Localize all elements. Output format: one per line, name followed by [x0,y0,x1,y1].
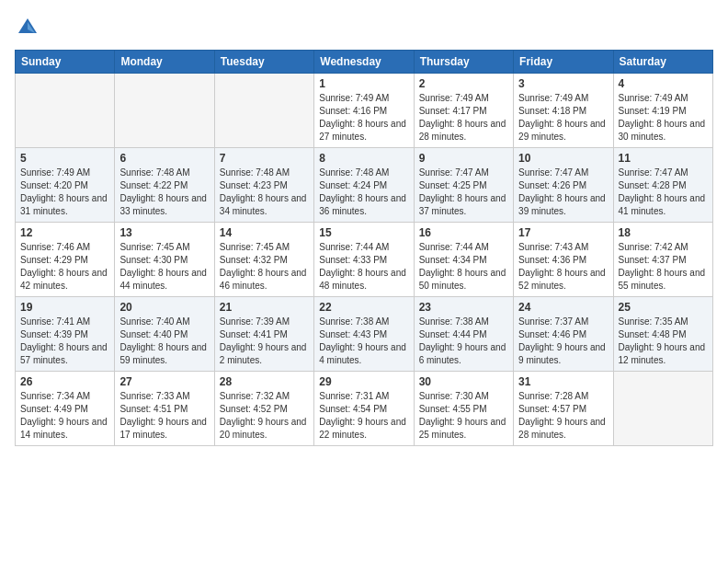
calendar-cell: 19Sunrise: 7:41 AMSunset: 4:39 PMDayligh… [16,297,115,372]
day-info: Sunrise: 7:49 AMSunset: 4:18 PMDaylight:… [518,92,608,144]
weekday-header-sunday: Sunday [16,51,115,74]
day-number: 13 [119,226,209,239]
day-number: 26 [20,375,109,388]
day-info: Sunrise: 7:31 AMSunset: 4:54 PMDaylight:… [319,390,408,442]
calendar-cell: 26Sunrise: 7:34 AMSunset: 4:49 PMDayligh… [16,372,115,446]
day-number: 20 [119,301,209,314]
calendar-cell [115,74,214,148]
day-number: 29 [319,375,408,388]
day-info: Sunrise: 7:39 AMSunset: 4:41 PMDaylight:… [220,316,309,367]
calendar-cell: 10Sunrise: 7:47 AMSunset: 4:26 PMDayligh… [514,148,613,223]
calendar-cell: 9Sunrise: 7:47 AMSunset: 4:25 PMDaylight… [414,148,513,223]
weekday-header-saturday: Saturday [613,51,712,74]
day-info: Sunrise: 7:42 AMSunset: 4:37 PMDaylight:… [619,241,708,293]
calendar-cell: 13Sunrise: 7:45 AMSunset: 4:30 PMDayligh… [115,223,214,297]
day-number: 16 [419,226,508,239]
calendar-cell: 18Sunrise: 7:42 AMSunset: 4:37 PMDayligh… [613,223,712,297]
day-info: Sunrise: 7:32 AMSunset: 4:52 PMDaylight:… [220,390,309,442]
calendar-cell: 17Sunrise: 7:43 AMSunset: 4:36 PMDayligh… [514,223,613,297]
day-info: Sunrise: 7:49 AMSunset: 4:19 PMDaylight:… [619,92,708,144]
day-number: 6 [119,152,209,165]
calendar-cell [16,74,115,148]
day-info: Sunrise: 7:45 AMSunset: 4:30 PMDaylight:… [119,241,209,293]
calendar-cell: 3Sunrise: 7:49 AMSunset: 4:18 PMDaylight… [514,74,613,148]
day-number: 28 [220,375,309,388]
calendar-week-row: 5Sunrise: 7:49 AMSunset: 4:20 PMDaylight… [16,148,713,223]
day-info: Sunrise: 7:49 AMSunset: 4:16 PMDaylight:… [319,92,408,144]
logo-icon [15,15,40,40]
day-info: Sunrise: 7:33 AMSunset: 4:51 PMDaylight:… [119,390,209,442]
calendar-cell: 4Sunrise: 7:49 AMSunset: 4:19 PMDaylight… [613,74,712,148]
day-info: Sunrise: 7:47 AMSunset: 4:25 PMDaylight:… [419,167,508,218]
day-number: 11 [619,152,708,165]
calendar-cell: 30Sunrise: 7:30 AMSunset: 4:55 PMDayligh… [414,372,513,446]
weekday-header-tuesday: Tuesday [214,51,313,74]
day-info: Sunrise: 7:30 AMSunset: 4:55 PMDaylight:… [419,390,508,442]
calendar-cell [214,74,313,148]
day-number: 5 [20,152,109,165]
day-number: 30 [419,375,508,388]
calendar-cell: 25Sunrise: 7:35 AMSunset: 4:48 PMDayligh… [613,297,712,372]
day-number: 18 [619,226,708,239]
day-number: 14 [220,226,309,239]
day-number: 3 [518,77,608,90]
day-number: 23 [419,301,508,314]
day-info: Sunrise: 7:48 AMSunset: 4:24 PMDaylight:… [319,167,408,218]
calendar-cell: 28Sunrise: 7:32 AMSunset: 4:52 PMDayligh… [214,372,313,446]
logo [15,15,44,40]
calendar-cell: 11Sunrise: 7:47 AMSunset: 4:28 PMDayligh… [613,148,712,223]
calendar-cell: 31Sunrise: 7:28 AMSunset: 4:57 PMDayligh… [514,372,613,446]
day-number: 31 [518,375,608,388]
day-number: 19 [20,301,109,314]
day-info: Sunrise: 7:41 AMSunset: 4:39 PMDaylight:… [20,316,109,367]
day-number: 9 [419,152,508,165]
weekday-header-thursday: Thursday [414,51,513,74]
calendar-cell: 22Sunrise: 7:38 AMSunset: 4:43 PMDayligh… [314,297,414,372]
day-info: Sunrise: 7:49 AMSunset: 4:17 PMDaylight:… [419,92,508,144]
calendar-cell: 1Sunrise: 7:49 AMSunset: 4:16 PMDaylight… [314,74,414,148]
calendar-cell: 8Sunrise: 7:48 AMSunset: 4:24 PMDaylight… [314,148,414,223]
calendar-cell: 6Sunrise: 7:48 AMSunset: 4:22 PMDaylight… [115,148,214,223]
calendar-cell: 14Sunrise: 7:45 AMSunset: 4:32 PMDayligh… [214,223,313,297]
calendar-week-row: 1Sunrise: 7:49 AMSunset: 4:16 PMDaylight… [16,74,713,148]
calendar-cell: 21Sunrise: 7:39 AMSunset: 4:41 PMDayligh… [214,297,313,372]
day-info: Sunrise: 7:38 AMSunset: 4:43 PMDaylight:… [319,316,408,367]
header [15,15,713,40]
day-info: Sunrise: 7:43 AMSunset: 4:36 PMDaylight:… [518,241,608,293]
weekday-header-friday: Friday [514,51,613,74]
day-number: 7 [220,152,309,165]
day-info: Sunrise: 7:48 AMSunset: 4:23 PMDaylight:… [220,167,309,218]
calendar-cell: 15Sunrise: 7:44 AMSunset: 4:33 PMDayligh… [314,223,414,297]
day-info: Sunrise: 7:48 AMSunset: 4:22 PMDaylight:… [119,167,209,218]
day-info: Sunrise: 7:40 AMSunset: 4:40 PMDaylight:… [119,316,209,367]
page: SundayMondayTuesdayWednesdayThursdayFrid… [0,0,728,563]
calendar-cell: 5Sunrise: 7:49 AMSunset: 4:20 PMDaylight… [16,148,115,223]
calendar-week-row: 26Sunrise: 7:34 AMSunset: 4:49 PMDayligh… [16,372,713,446]
weekday-header-monday: Monday [115,51,214,74]
calendar-cell: 16Sunrise: 7:44 AMSunset: 4:34 PMDayligh… [414,223,513,297]
day-info: Sunrise: 7:34 AMSunset: 4:49 PMDaylight:… [20,390,109,442]
calendar-cell: 24Sunrise: 7:37 AMSunset: 4:46 PMDayligh… [514,297,613,372]
weekday-header-wednesday: Wednesday [314,51,414,74]
day-number: 8 [319,152,408,165]
calendar-cell: 7Sunrise: 7:48 AMSunset: 4:23 PMDaylight… [214,148,313,223]
calendar-cell: 23Sunrise: 7:38 AMSunset: 4:44 PMDayligh… [414,297,513,372]
calendar: SundayMondayTuesdayWednesdayThursdayFrid… [15,50,713,446]
day-number: 12 [20,226,109,239]
day-number: 21 [220,301,309,314]
day-info: Sunrise: 7:44 AMSunset: 4:34 PMDaylight:… [419,241,508,293]
calendar-cell: 27Sunrise: 7:33 AMSunset: 4:51 PMDayligh… [115,372,214,446]
day-info: Sunrise: 7:44 AMSunset: 4:33 PMDaylight:… [319,241,408,293]
day-info: Sunrise: 7:47 AMSunset: 4:26 PMDaylight:… [518,167,608,218]
day-info: Sunrise: 7:37 AMSunset: 4:46 PMDaylight:… [518,316,608,367]
day-number: 24 [518,301,608,314]
calendar-cell: 20Sunrise: 7:40 AMSunset: 4:40 PMDayligh… [115,297,214,372]
day-info: Sunrise: 7:46 AMSunset: 4:29 PMDaylight:… [20,241,109,293]
day-number: 4 [619,77,708,90]
day-number: 10 [518,152,608,165]
day-number: 27 [119,375,209,388]
day-number: 2 [419,77,508,90]
day-info: Sunrise: 7:47 AMSunset: 4:28 PMDaylight:… [619,167,708,218]
calendar-cell [613,372,712,446]
weekday-header-row: SundayMondayTuesdayWednesdayThursdayFrid… [16,51,713,74]
